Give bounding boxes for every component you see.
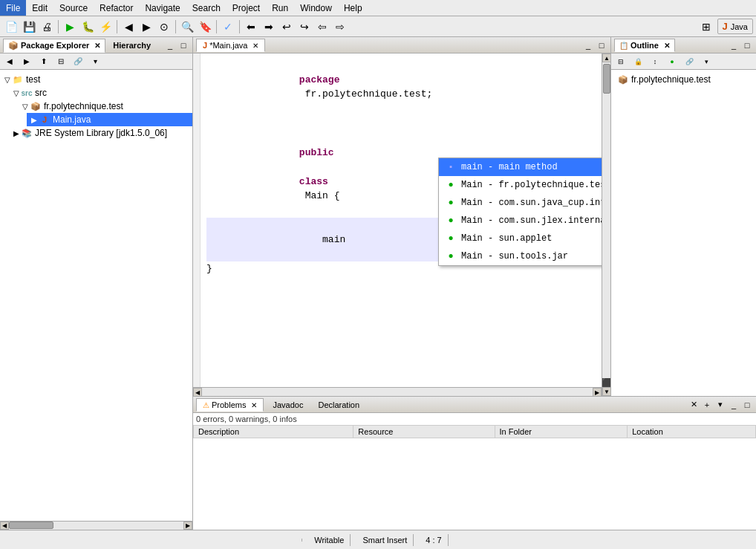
save-button[interactable]: 💾: [21, 19, 37, 35]
tree-item-jre[interactable]: ▶ 📚 JRE System Library [jdk1.5.0_06]: [9, 126, 192, 140]
close-package-explorer-icon[interactable]: ✕: [94, 42, 100, 50]
vertical-scrollbar[interactable]: ▲ ⬛ ▼: [602, 53, 610, 396]
outline-link[interactable]: 🔗: [681, 53, 697, 70]
bookmark-button[interactable]: 🔖: [197, 19, 213, 35]
package-explorer-panel: 📦 Package Explorer ✕ Hierarchy _ □ ◀ ▶ ⬆…: [0, 37, 193, 530]
scroll-left-button[interactable]: ◀: [0, 522, 9, 530]
menu-project[interactable]: Project: [227, 0, 266, 16]
tab-problems[interactable]: ⚠ Problems ✕: [196, 398, 264, 412]
next-edit-button[interactable]: ▶: [138, 19, 154, 35]
print-button[interactable]: 🖨: [39, 19, 55, 35]
menu-navigate[interactable]: Navigate: [139, 0, 186, 16]
scroll-right-editor-button[interactable]: ▶: [593, 388, 602, 396]
nav5-button[interactable]: ⇦: [314, 19, 330, 35]
menu-run[interactable]: Run: [266, 0, 294, 16]
ac-item-main-applet[interactable]: ● Main - sun.applet: [439, 230, 602, 247]
code-wrapper: package fr.polytechnique.test; public cl…: [193, 53, 610, 396]
ac-item-main-polytechnique[interactable]: ● Main - fr.polytechnique.test: [439, 176, 602, 194]
scroll-thumb-v[interactable]: [603, 64, 610, 94]
minimize-outline-button[interactable]: _: [728, 39, 740, 51]
scroll-thumb[interactable]: [9, 522, 53, 529]
ac-item-main-java-cup[interactable]: ● Main - com.sun.java_cup.internal: [439, 194, 602, 212]
status-extra: [454, 539, 753, 542]
outline-menu[interactable]: ▾: [698, 53, 714, 70]
menu-source[interactable]: Source: [53, 0, 94, 16]
check-button[interactable]: ✓: [220, 19, 236, 35]
nav6-button[interactable]: ⇨: [332, 19, 348, 35]
tab-javadoc[interactable]: Javadoc: [267, 399, 309, 411]
maximize-outline-button[interactable]: □: [741, 39, 753, 51]
debug-button[interactable]: 🐛: [79, 19, 96, 35]
toggle-src[interactable]: ▽: [12, 88, 21, 97]
menu-edit[interactable]: Edit: [26, 0, 53, 16]
tree-item-src[interactable]: ▽ src src: [9, 86, 192, 100]
collapse-all-button[interactable]: ⊟: [53, 53, 69, 70]
green-circle-icon-1: ●: [445, 179, 457, 191]
menu-help[interactable]: Help: [338, 0, 368, 16]
scroll-right-button[interactable]: ▶: [183, 522, 192, 530]
java-perspective-button[interactable]: J Java: [717, 19, 753, 34]
outline-item-package[interactable]: 📦 fr.polytechnique.test: [614, 73, 753, 86]
tab-mainjava[interactable]: J *Main.java ✕: [196, 39, 265, 52]
scroll-side-button[interactable]: ⬛: [602, 378, 610, 387]
tree-item-package[interactable]: ▽ 📦 fr.polytechnique.test: [18, 100, 192, 113]
scroll-down-button[interactable]: ▼: [602, 387, 610, 396]
maximize-left-button[interactable]: □: [177, 39, 189, 51]
last-edit-button[interactable]: ⊙: [156, 19, 172, 35]
outline-collapse[interactable]: ●: [664, 53, 680, 70]
horizontal-scrollbar[interactable]: ◀ ▶: [193, 387, 602, 396]
ac-item-main-method[interactable]: ▪ main - main method: [439, 158, 602, 176]
outline-sort[interactable]: ↕: [647, 53, 663, 70]
nav3-button[interactable]: ↩: [278, 19, 295, 35]
menu-window[interactable]: Window: [294, 0, 338, 16]
maximize-perspective-button[interactable]: ⊞: [698, 19, 714, 35]
menu-refactor[interactable]: Refactor: [94, 0, 139, 16]
minimize-bottom-button[interactable]: _: [728, 399, 740, 411]
ac-item-main-jlex[interactable]: ● Main - com.sun.jlex.internal: [439, 212, 602, 230]
tree-item-mainjava[interactable]: ▶ J Main.java: [27, 113, 192, 126]
view-menu-button[interactable]: ▾: [87, 53, 103, 70]
scroll-left-editor-button[interactable]: ◀: [193, 388, 202, 396]
outline-hide-nonpublic[interactable]: 🔒: [630, 53, 646, 70]
menu-file[interactable]: File: [0, 0, 26, 16]
tab-package-explorer[interactable]: 📦 Package Explorer ✕: [3, 39, 105, 53]
nav2-button[interactable]: ➡: [261, 19, 277, 35]
prev-edit-button[interactable]: ◀: [120, 19, 137, 35]
maximize-editor-button[interactable]: □: [596, 39, 607, 51]
clear-button[interactable]: ✕: [688, 399, 700, 411]
code-editor[interactable]: package fr.polytechnique.test; public cl…: [201, 53, 602, 396]
close-tab-icon[interactable]: ✕: [252, 42, 258, 50]
toggle-jre[interactable]: ▶: [12, 129, 21, 137]
forward-button[interactable]: ▶: [19, 53, 35, 70]
new-task-button[interactable]: +: [701, 399, 713, 411]
link-editor-button[interactable]: 🔗: [70, 53, 86, 70]
outline-hide-fields[interactable]: ⊟: [613, 53, 629, 70]
class-name: Main {: [299, 190, 340, 201]
toggle-test[interactable]: ▽: [3, 75, 12, 84]
profile-button[interactable]: ⚡: [97, 19, 114, 35]
tab-outline[interactable]: 📋 Outline ✕: [614, 39, 675, 52]
new-button[interactable]: 📄: [3, 19, 19, 35]
col-location: Location: [628, 426, 756, 438]
run-button[interactable]: ▶: [62, 19, 78, 35]
menu-search[interactable]: Search: [186, 0, 227, 16]
search-button[interactable]: 🔍: [179, 19, 195, 35]
maximize-bottom-button[interactable]: □: [741, 399, 753, 411]
nav4-button[interactable]: ↪: [296, 19, 313, 35]
up-button[interactable]: ⬆: [36, 53, 52, 70]
left-panel-scrollbar[interactable]: ◀ ▶: [0, 521, 192, 530]
ac-item-main-tools-jar[interactable]: ● Main - sun.tools.jar: [439, 247, 602, 265]
back-button[interactable]: ◀: [1, 53, 18, 70]
nav1-button[interactable]: ⬅: [243, 19, 259, 35]
tab-hierarchy[interactable]: Hierarchy: [108, 39, 155, 51]
close-problems-icon[interactable]: ✕: [251, 401, 257, 409]
tree-item-test[interactable]: ▽ 📁 test: [0, 73, 192, 86]
tab-declaration[interactable]: Declaration: [312, 399, 365, 411]
minimize-left-button[interactable]: _: [164, 39, 176, 51]
minimize-editor-button[interactable]: _: [582, 39, 594, 51]
toggle-package[interactable]: ▽: [21, 102, 30, 111]
close-outline-icon[interactable]: ✕: [664, 42, 670, 50]
view-menu-bottom-button[interactable]: ▾: [714, 399, 726, 411]
scroll-up-button[interactable]: ▲: [602, 53, 610, 62]
toggle-mainjava[interactable]: ▶: [30, 115, 39, 124]
